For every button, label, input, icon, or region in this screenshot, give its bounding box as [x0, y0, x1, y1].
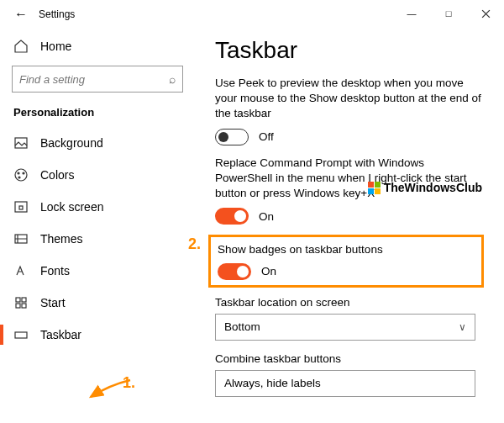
svg-rect-11	[22, 304, 26, 308]
sidebar-item-label: Themes	[40, 232, 83, 246]
svg-rect-5	[15, 202, 27, 212]
svg-point-4	[18, 177, 20, 178]
minimize-button[interactable]: —	[393, 0, 430, 27]
home-label: Home	[40, 40, 71, 53]
combine-select[interactable]: Always, hide labels	[215, 370, 475, 397]
fonts-icon	[13, 263, 29, 278]
cmd-state: On	[259, 210, 274, 223]
category-heading: Personalization	[0, 101, 195, 127]
location-select[interactable]: Bottom ∨	[215, 314, 475, 341]
badges-toggle[interactable]	[218, 263, 251, 280]
peek-state: Off	[259, 130, 274, 143]
sidebar-item-themes[interactable]: Themes	[0, 223, 195, 255]
peek-description: Use Peek to preview the desktop when you…	[215, 76, 484, 122]
combine-value: Always, hide labels	[224, 377, 321, 389]
cmd-toggle[interactable]	[215, 208, 249, 225]
svg-rect-8	[16, 298, 20, 302]
highlighted-setting: Show badges on taskbar buttons On	[208, 235, 484, 287]
sidebar-item-label: Lock screen	[40, 200, 103, 214]
sidebar-item-start[interactable]: Start	[0, 287, 195, 319]
cmd-description: Replace Command Prompt with Windows Powe…	[215, 156, 484, 202]
sidebar-item-fonts[interactable]: Fonts	[0, 255, 195, 287]
sidebar-item-label: Taskbar	[40, 328, 81, 341]
search-input[interactable]	[19, 73, 169, 86]
page-title: Taskbar	[215, 37, 484, 64]
start-icon	[13, 295, 29, 310]
sidebar-item-lockscreen[interactable]: Lock screen	[0, 191, 195, 223]
badges-state: On	[261, 265, 276, 278]
main-content: Taskbar Use Peek to preview the desktop …	[195, 29, 504, 423]
search-icon: ⌕	[169, 72, 176, 86]
home-button[interactable]: Home	[0, 30, 195, 62]
combine-label: Combine taskbar buttons	[215, 352, 484, 365]
palette-icon	[13, 167, 29, 182]
svg-rect-0	[15, 138, 27, 148]
svg-point-3	[23, 172, 24, 174]
sidebar-item-label: Colors	[40, 168, 74, 182]
svg-rect-9	[22, 298, 26, 302]
sidebar-item-label: Start	[40, 296, 66, 309]
location-label: Taskbar location on screen	[215, 296, 484, 309]
svg-point-1	[15, 169, 27, 181]
sidebar-item-label: Fonts	[40, 264, 70, 278]
svg-rect-10	[16, 304, 20, 308]
svg-rect-12	[15, 332, 27, 338]
sidebar: Home ⌕ Personalization Background Colors…	[0, 29, 195, 423]
window-title: Settings	[34, 8, 75, 20]
chevron-down-icon: ∨	[459, 321, 466, 333]
sidebar-item-colors[interactable]: Colors	[0, 159, 195, 191]
sidebar-item-taskbar[interactable]: Taskbar	[0, 319, 195, 351]
peek-toggle[interactable]	[215, 129, 249, 145]
home-icon	[13, 39, 29, 54]
sidebar-item-label: Background	[40, 136, 103, 150]
taskbar-icon	[13, 327, 29, 342]
picture-icon	[13, 135, 29, 151]
svg-rect-6	[19, 206, 23, 209]
lock-icon	[13, 199, 29, 214]
maximize-button[interactable]: □	[430, 0, 467, 27]
location-value: Bottom	[224, 320, 260, 333]
back-button[interactable]: ←	[8, 7, 34, 22]
themes-icon	[13, 231, 29, 246]
badges-description: Show badges on taskbar buttons	[218, 242, 476, 257]
search-box[interactable]: ⌕	[12, 66, 183, 93]
caption-buttons: — □	[393, 0, 504, 27]
close-button[interactable]	[467, 0, 504, 27]
svg-point-2	[18, 172, 19, 174]
sidebar-item-background[interactable]: Background	[0, 127, 195, 159]
